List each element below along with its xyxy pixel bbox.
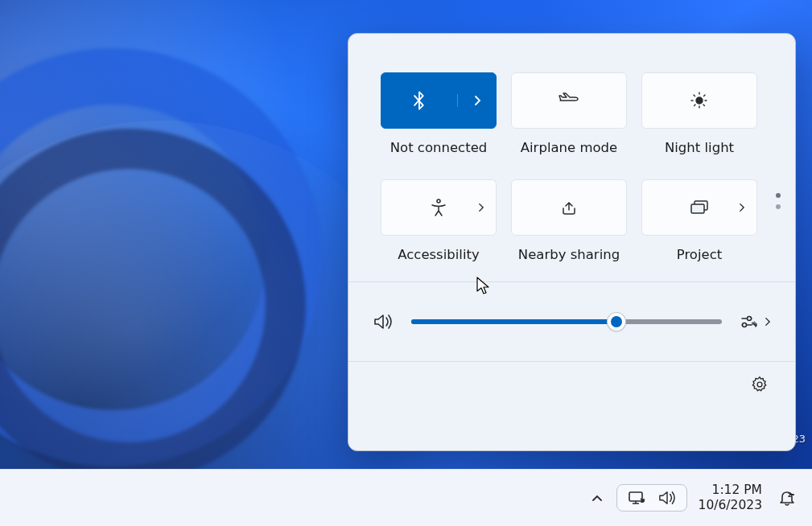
do-not-disturb-icon: z	[777, 488, 797, 508]
bluetooth-expand-button[interactable]	[457, 94, 496, 107]
svg-point-5	[743, 323, 747, 327]
svg-rect-7	[629, 492, 642, 501]
night-light-toggle[interactable]	[641, 72, 757, 129]
bluetooth-icon	[381, 90, 457, 111]
taskbar: 1:12 PM 10/6/2023 z	[0, 469, 812, 526]
svg-point-6	[757, 382, 762, 387]
bluetooth-toggle[interactable]	[381, 72, 497, 129]
airplane-mode-toggle[interactable]	[511, 72, 627, 129]
settings-button[interactable]	[745, 370, 774, 399]
nearby-sharing-icon	[559, 199, 579, 216]
project-toggle[interactable]	[641, 179, 757, 236]
taskbar-date: 10/6/2023	[699, 498, 762, 513]
accessibility-label: Accessibility	[398, 247, 480, 262]
svg-point-4	[748, 317, 752, 321]
volume-slider[interactable]	[411, 319, 722, 324]
volume-icon	[657, 490, 677, 506]
bluetooth-label: Not connected	[390, 140, 488, 155]
airplane-icon	[559, 92, 579, 109]
svg-rect-3	[691, 204, 704, 213]
quick-settings-flyout: Not connected Airplane mode	[348, 33, 796, 451]
airplane-mode-label: Airplane mode	[521, 140, 617, 155]
system-tray-button[interactable]	[616, 484, 687, 512]
gear-icon	[751, 376, 769, 393]
notifications-button[interactable]: z	[773, 484, 801, 512]
chevron-right-icon	[477, 202, 484, 213]
night-light-label: Night light	[665, 140, 734, 155]
volume-slider-thumb[interactable]	[608, 313, 625, 331]
taskbar-time: 1:12 PM	[699, 483, 762, 498]
sound-output-button[interactable]	[740, 314, 771, 330]
svg-text:z: z	[788, 491, 792, 499]
quick-settings-tiles: Not connected Airplane mode	[348, 34, 795, 281]
volume-row	[348, 282, 795, 361]
svg-point-0	[696, 97, 703, 104]
network-icon	[627, 490, 646, 506]
volume-slider-fill	[411, 319, 616, 324]
accessibility-icon	[429, 198, 448, 217]
volume-icon	[373, 313, 394, 331]
chevron-right-icon	[738, 202, 745, 213]
taskbar-clock[interactable]: 1:12 PM 10/6/2023	[695, 481, 765, 516]
svg-point-1	[437, 199, 440, 203]
night-light-icon	[689, 90, 710, 111]
project-label: Project	[677, 247, 722, 262]
tray-overflow-button[interactable]	[586, 487, 608, 509]
project-icon	[689, 199, 710, 216]
nearby-sharing-toggle[interactable]	[511, 179, 627, 236]
accessibility-toggle[interactable]	[381, 179, 497, 236]
page-indicator[interactable]	[776, 193, 781, 209]
nearby-sharing-label: Nearby sharing	[518, 247, 620, 262]
